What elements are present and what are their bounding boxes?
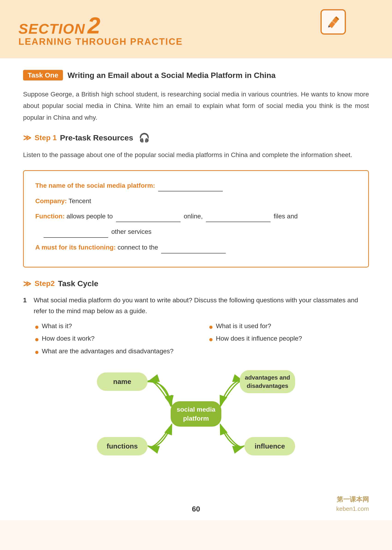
blank-function1 (116, 211, 181, 222)
item-number-1: 1 (23, 295, 30, 317)
step2-arrow-icon: ≫ (23, 279, 31, 288)
blank-must (161, 242, 226, 253)
must-text: connect to the (118, 244, 158, 251)
info-label-company: Company: (35, 197, 67, 205)
info-label-name: The name of the social media platform: (35, 182, 155, 189)
function-text1: allows people to (66, 213, 113, 220)
step2-title: Task Cycle (58, 279, 98, 288)
step2-label: Step2 (35, 279, 55, 288)
info-label-must: A must for its functioning: (35, 244, 116, 251)
step2-section: ≫ Step2 Task Cycle 1 What social media p… (23, 279, 369, 356)
info-row-2: Company: Tencent (35, 195, 357, 207)
bullet-text-2: What is it used for? (216, 322, 271, 330)
watermark-cn-text: 第一课本网 (254, 495, 369, 504)
mind-map-inner: name advantages and disadvantages social… (92, 366, 300, 462)
pencil-icon (326, 15, 340, 29)
info-row-3: Function: allows people to online, files… (35, 211, 357, 222)
page-footer: 60 第一课本网 keben1.com (0, 490, 392, 520)
mind-node-center: social media platform (171, 401, 221, 427)
step2-item1: 1 What social media platform do you want… (23, 295, 369, 317)
bullet-text-4: How does it influence people? (216, 335, 302, 342)
section-word: SECTION (18, 21, 85, 37)
mind-node-name: name (97, 372, 147, 391)
blank-function2 (206, 211, 271, 222)
bullet-item-4: ● How does it influence people? (209, 335, 369, 344)
task-title: Writing an Email about a Social Media Pl… (68, 71, 276, 80)
step1-label: Step 1 (35, 133, 57, 142)
bullet-item-5: ● What are the advantages and disadvanta… (35, 348, 369, 356)
info-label-function: Function: (35, 213, 65, 220)
item1-text: What social media platform do you want t… (34, 295, 369, 317)
task-intro-text: Suppose George, a British high school st… (23, 89, 369, 123)
bullet-text-5: What are the advantages and disadvantage… (42, 348, 173, 355)
mind-map-container: name advantages and disadvantages social… (23, 366, 369, 462)
watermark-url: keben1.com (254, 504, 369, 513)
page-number: 60 (138, 505, 254, 513)
mind-node-functions: functions (97, 437, 147, 455)
bullet-dot-5: ● (35, 348, 39, 356)
bullet-dot-2: ● (209, 322, 213, 331)
step2-heading: ≫ Step2 Task Cycle (23, 279, 369, 288)
bullet-text-1: What is it? (42, 322, 72, 330)
info-sheet: The name of the social media platform: C… (23, 170, 369, 267)
mind-node-adv: advantages and disadvantages (240, 370, 295, 393)
function-text4: other services (111, 228, 152, 235)
info-row-3b: other services (42, 226, 357, 238)
step1-title: Pre-task Resources (60, 133, 133, 142)
step1-instruction: Listen to the passage about one of the p… (23, 149, 369, 161)
main-content: Task One Writing an Email about a Social… (0, 58, 392, 490)
task-heading: Task One Writing an Email about a Social… (23, 70, 369, 80)
watermark: 第一课本网 keben1.com (254, 495, 369, 513)
bullet-dot-3: ● (35, 335, 39, 344)
bullet-list: ● What is it? ● What is it used for? ● H… (35, 322, 369, 356)
bullet-item-3: ● How does it work? (35, 335, 195, 344)
section-number: 2 (88, 14, 101, 37)
bullet-item-1: ● What is it? (35, 322, 195, 331)
blank-name (158, 180, 223, 192)
step1-arrow-icon: ≫ (23, 133, 31, 142)
function-text3: files and (274, 213, 298, 220)
bullet-text-3: How does it work? (42, 335, 95, 342)
section-title-block: SECTION 2 (18, 14, 374, 37)
task-badge: Task One (23, 70, 63, 80)
bullet-item-2: ● What is it used for? (209, 322, 369, 331)
blank-function3 (44, 226, 108, 238)
header-section: SECTION 2 LEARNING THROUGH PRACTICE (0, 0, 392, 58)
mind-node-influence: influence (245, 437, 295, 455)
company-value: Tencent (69, 197, 91, 205)
step1-heading: ≫ Step 1 Pre-task Resources 🎧 (23, 132, 369, 143)
section-subtitle: LEARNING THROUGH PRACTICE (18, 36, 374, 47)
info-row-4: A must for its functioning: connect to t… (35, 242, 357, 253)
pencil-icon-box (321, 9, 346, 35)
info-row-1: The name of the social media platform: (35, 180, 357, 192)
headphones-icon: 🎧 (139, 132, 150, 143)
bullet-dot-4: ● (209, 335, 213, 344)
bullet-dot-1: ● (35, 322, 39, 331)
function-text2: online, (184, 213, 203, 220)
